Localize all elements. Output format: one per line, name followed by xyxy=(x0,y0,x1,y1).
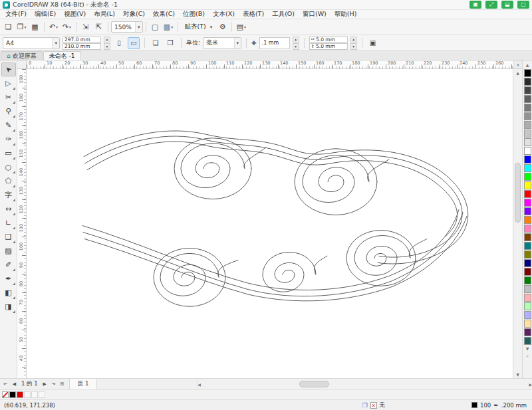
overlay-window-button[interactable]: ▢ xyxy=(517,1,529,9)
undo-button[interactable]: ↶▾ xyxy=(47,21,60,33)
scroll-right-icon[interactable]: ▶ xyxy=(529,381,532,388)
drawing-canvas[interactable] xyxy=(27,69,513,378)
artwork-curve[interactable] xyxy=(160,253,238,296)
palette-expand-icon[interactable]: » xyxy=(526,352,529,359)
menu-file[interactable]: 文件(F) xyxy=(1,10,31,19)
polygon-tool[interactable]: ⬠ xyxy=(1,174,16,188)
page-1-tab[interactable]: 页 1 xyxy=(69,379,98,389)
snap-to-menu[interactable]: 贴齐(T)▾ xyxy=(181,21,216,33)
artwork-curve[interactable] xyxy=(154,248,225,306)
palette-color-swatch[interactable] xyxy=(524,311,531,319)
horizontal-scrollbar[interactable]: ◀ ▶ xyxy=(197,379,532,389)
palette-color-swatch[interactable] xyxy=(524,190,531,198)
vertical-scroll-thumb[interactable] xyxy=(515,163,521,223)
previous-page-button[interactable]: ◀ xyxy=(10,380,19,389)
palette-color-swatch[interactable] xyxy=(524,95,531,103)
all-pages-button[interactable]: ❏ xyxy=(150,37,162,49)
palette-color-swatch[interactable] xyxy=(524,69,531,77)
text-tool[interactable]: 字 xyxy=(1,188,16,202)
artwork-curve[interactable] xyxy=(303,155,389,203)
crop-tool[interactable]: ✂ xyxy=(1,90,16,104)
menu-edit[interactable]: 编辑(E) xyxy=(31,10,60,19)
palette-color-swatch[interactable] xyxy=(524,242,531,250)
zoom-level-select[interactable]: 150%▾ xyxy=(111,21,143,33)
artwork-curve[interactable] xyxy=(354,235,427,275)
palette-color-swatch[interactable] xyxy=(524,78,531,86)
color-eyedropper-tool[interactable]: ✐ xyxy=(1,258,16,272)
options-button[interactable]: ⚙ xyxy=(216,21,229,33)
add-page-button[interactable]: ⊞ xyxy=(58,380,66,389)
pick-tool[interactable]: ➤ xyxy=(1,62,16,76)
stepper-down-icon[interactable]: ▾ xyxy=(350,43,357,50)
artwork-curve[interactable] xyxy=(174,138,251,199)
palette-color-swatch[interactable] xyxy=(524,130,531,138)
scroll-up-icon[interactable]: ▲ xyxy=(516,69,519,76)
artwork-curve[interactable] xyxy=(84,131,468,264)
document-palette-swatch[interactable] xyxy=(9,391,16,398)
rectangle-tool[interactable]: ▭ xyxy=(1,146,16,160)
stepper-up-icon[interactable]: ▴ xyxy=(350,37,357,43)
connector-tool[interactable]: ∟ xyxy=(1,216,16,230)
palette-color-swatch[interactable] xyxy=(524,121,531,129)
menu-tools[interactable]: 工具(O) xyxy=(268,10,299,19)
units-select[interactable]: 毫米 ▾ xyxy=(203,37,241,49)
menu-object[interactable]: 对象(C) xyxy=(119,10,149,19)
fill-tool[interactable]: ◧ xyxy=(1,286,16,300)
tab-document[interactable]: 未命名 -1 xyxy=(43,51,81,60)
menu-text[interactable]: 文本(X) xyxy=(209,10,239,19)
current-page-button[interactable]: ❐ xyxy=(164,37,176,49)
first-page-button[interactable]: ⇤ xyxy=(1,380,10,389)
stepper-down-icon[interactable]: ▾ xyxy=(104,43,110,50)
palette-color-swatch[interactable] xyxy=(524,328,531,336)
palette-color-swatch[interactable] xyxy=(524,251,531,258)
view-layout-button[interactable]: ▥▾ xyxy=(162,21,175,33)
palette-color-swatch[interactable] xyxy=(524,302,531,310)
menu-help[interactable]: 帮助(H) xyxy=(331,10,361,19)
interactive-fill-tool[interactable]: ◨ xyxy=(1,300,16,314)
vertical-scroll-track[interactable] xyxy=(513,76,522,371)
menu-window[interactable]: 窗口(W) xyxy=(299,10,331,19)
transparency-tool[interactable]: ▨ xyxy=(1,244,16,258)
tab-welcome-screen[interactable]: ⌂ 欢迎屏幕 xyxy=(1,51,43,60)
horizontal-scroll-track[interactable] xyxy=(201,379,529,389)
palette-color-swatch[interactable] xyxy=(524,147,531,155)
palette-color-swatch[interactable] xyxy=(524,207,531,215)
palette-color-swatch[interactable] xyxy=(524,112,531,120)
import-button[interactable]: ⇲ xyxy=(79,21,92,33)
duplicate-y-input[interactable]: ↕ 5.0 mm xyxy=(309,43,348,50)
page-height-input[interactable]: 210.0 mm xyxy=(63,43,101,50)
dockers-button[interactable]: ▤▾ xyxy=(235,21,247,33)
open-button[interactable]: ❐▾ xyxy=(15,21,28,33)
artwork-curve[interactable] xyxy=(83,213,463,296)
palette-color-swatch[interactable] xyxy=(524,294,531,302)
menu-table[interactable]: 表格(T) xyxy=(239,10,268,19)
menu-view[interactable]: 视图(V) xyxy=(60,10,90,19)
palette-color-swatch[interactable] xyxy=(524,199,531,207)
menu-bitmaps[interactable]: 位图(B) xyxy=(179,10,209,19)
stepper-up-icon[interactable]: ▴ xyxy=(293,37,299,43)
palette-color-swatch[interactable] xyxy=(524,337,531,345)
artwork-curve[interactable] xyxy=(346,230,416,286)
ellipse-tool[interactable]: ○ xyxy=(1,160,16,174)
menu-layout[interactable]: 布局(L) xyxy=(90,10,119,19)
palette-color-swatch[interactable] xyxy=(524,276,531,284)
artistic-media-tool[interactable]: ✑ xyxy=(1,132,16,146)
palette-color-swatch[interactable] xyxy=(524,181,531,189)
horizontal-ruler[interactable]: 0102030405060708090100110120130140150160… xyxy=(27,60,513,69)
drop-shadow-tool[interactable]: ❑ xyxy=(1,230,16,244)
palette-color-swatch[interactable] xyxy=(524,86,531,94)
page-width-input[interactable]: 297.0 mm xyxy=(63,37,101,43)
vertical-ruler[interactable]: 1901801701601501401301201101009080706050… xyxy=(17,69,27,378)
palette-color-swatch[interactable] xyxy=(524,173,531,181)
artwork-curve[interactable] xyxy=(82,210,459,290)
overlay-expand-button[interactable]: ⤢ xyxy=(485,1,497,9)
overlay-save-button[interactable]: ⬓ xyxy=(501,1,513,9)
page-size-select[interactable]: A4 ▾ xyxy=(3,37,60,49)
artwork-curve[interactable] xyxy=(85,136,462,257)
stepper-down-icon[interactable]: ▾ xyxy=(293,43,299,50)
menu-effects[interactable]: 效果(C) xyxy=(149,10,179,19)
palette-color-swatch[interactable] xyxy=(524,155,531,163)
ruler-options-button[interactable]: ▾ xyxy=(513,60,522,69)
shape-tool[interactable]: ▷ xyxy=(1,76,16,90)
scroll-down-icon[interactable]: ▼ xyxy=(516,371,519,378)
